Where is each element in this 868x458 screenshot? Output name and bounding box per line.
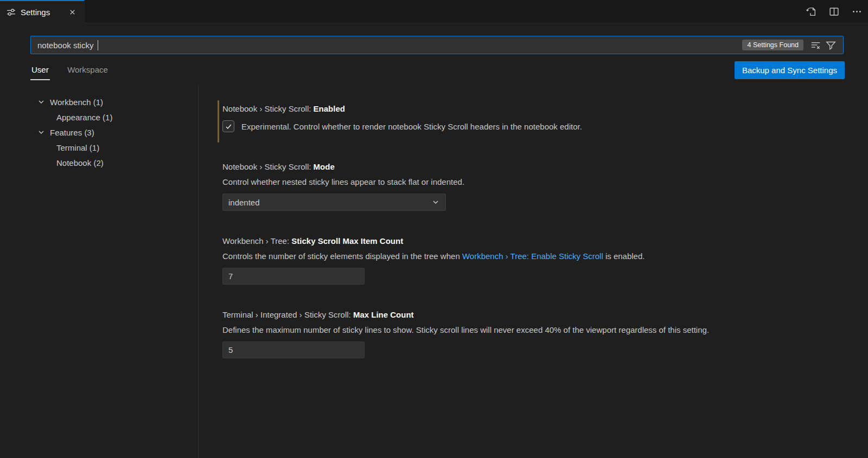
settings-sliders-icon — [7, 8, 16, 17]
settings-scope-row: User Workspace Backup and Sync Settings — [30, 61, 845, 83]
setting-category: Notebook › Sticky Scroll: — [222, 162, 314, 171]
max-line-count-input[interactable] — [222, 341, 365, 358]
setting-notebook-sticky-scroll-enabled: Notebook › Sticky Scroll: Enabled Experi… — [222, 104, 846, 132]
close-icon[interactable] — [67, 7, 78, 18]
editor-tab-bar: Settings — [0, 0, 868, 23]
backup-and-sync-settings-button[interactable]: Backup and Sync Settings — [735, 61, 845, 79]
settings-toc-tree: Workbench (1) Appearance (1) Features (3… — [0, 94, 198, 170]
setting-workbench-tree-sticky-scroll-max-item-count: Workbench › Tree: Sticky Scroll Max Item… — [222, 236, 846, 285]
description-text: Controls the number of sticky elements d… — [222, 251, 462, 261]
select-selected-value: indented — [228, 198, 431, 207]
results-count-badge: 4 Settings Found — [742, 40, 803, 50]
max-item-count-input[interactable] — [222, 268, 365, 285]
scope-tab-user[interactable]: User — [30, 61, 50, 80]
tab-settings[interactable]: Settings — [0, 0, 85, 23]
split-editor-icon[interactable] — [827, 5, 841, 19]
toc-item-notebook[interactable]: Notebook (2) — [0, 155, 198, 170]
setting-title: Notebook › Sticky Scroll: Enabled — [222, 104, 846, 113]
toc-settings-divider — [198, 86, 199, 458]
toc-count: (1) — [93, 98, 103, 107]
chevron-down-icon[interactable] — [37, 98, 46, 106]
toc-item-features[interactable]: Features (3) — [0, 125, 198, 140]
toc-label: Features — [50, 128, 84, 137]
setting-reference-link[interactable]: Workbench › Tree: Enable Sticky Scroll — [462, 251, 603, 261]
setting-notebook-sticky-scroll-mode: Notebook › Sticky Scroll: Mode Control w… — [222, 162, 846, 211]
toc-label: Notebook — [56, 158, 93, 167]
toc-item-appearance[interactable]: Appearance (1) — [0, 109, 198, 125]
open-settings-json-icon[interactable] — [804, 5, 818, 19]
text-caret — [98, 40, 99, 50]
setting-label: Mode — [314, 162, 335, 171]
chevron-down-icon — [431, 198, 440, 207]
setting-title: Terminal › Integrated › Sticky Scroll: M… — [222, 310, 846, 319]
toc-label: Terminal — [56, 143, 90, 152]
settings-list: Notebook › Sticky Scroll: Enabled Experi… — [222, 94, 846, 358]
toc-label: Workbench — [50, 98, 93, 107]
toc-count: (1) — [103, 113, 112, 122]
tab-title: Settings — [21, 8, 50, 17]
setting-description: Controls the number of sticky elements d… — [222, 251, 846, 261]
more-actions-icon[interactable] — [850, 5, 864, 19]
chevron-down-icon[interactable] — [37, 128, 46, 137]
checkbox-checked[interactable] — [222, 120, 234, 132]
setting-terminal-sticky-scroll-max-line-count: Terminal › Integrated › Sticky Scroll: M… — [222, 310, 846, 358]
setting-label: Sticky Scroll Max Item Count — [291, 236, 403, 246]
search-query-text: notebook sticky — [37, 41, 96, 50]
toc-item-workbench[interactable]: Workbench (1) — [0, 94, 198, 109]
mode-select-dropdown[interactable]: indented — [222, 193, 446, 211]
toc-count: (1) — [90, 143, 99, 152]
toc-count: (2) — [93, 158, 103, 167]
scope-tab-workspace[interactable]: Workspace — [66, 61, 109, 80]
setting-category: Terminal › Integrated › Sticky Scroll: — [222, 310, 353, 319]
description-text: is enabled. — [603, 251, 645, 261]
setting-label: Max Line Count — [353, 310, 414, 319]
setting-title: Workbench › Tree: Sticky Scroll Max Item… — [222, 236, 846, 246]
settings-search-input[interactable]: notebook sticky 4 Settings Found — [30, 36, 844, 54]
setting-description: Defines the maximum number of sticky lin… — [222, 325, 846, 334]
filter-settings-icon[interactable] — [824, 38, 837, 51]
setting-description: Control whether nested sticky lines appe… — [222, 177, 846, 186]
toc-count: (3) — [84, 128, 94, 137]
setting-category: Workbench › Tree: — [222, 236, 291, 246]
setting-title: Notebook › Sticky Scroll: Mode — [222, 162, 846, 171]
setting-label: Enabled — [314, 104, 345, 113]
toc-item-terminal[interactable]: Terminal (1) — [0, 140, 198, 155]
toc-label: Appearance — [56, 113, 103, 122]
setting-description: Experimental. Control whether to render … — [241, 122, 582, 131]
editor-actions — [804, 0, 864, 23]
setting-category: Notebook › Sticky Scroll: — [222, 104, 314, 113]
setting-checkbox-row: Experimental. Control whether to render … — [222, 120, 846, 132]
clear-settings-search-icon[interactable] — [809, 38, 822, 51]
